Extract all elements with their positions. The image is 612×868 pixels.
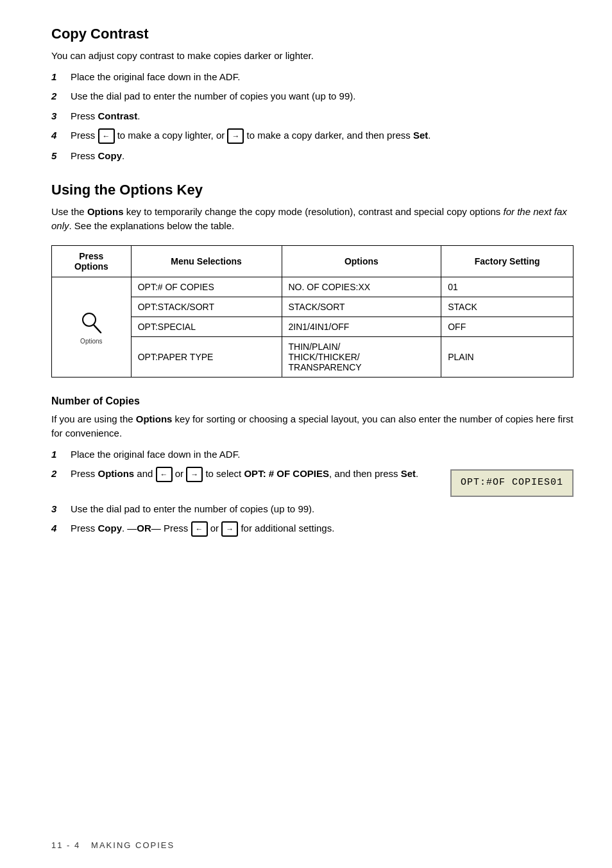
magnifier-icon — [78, 309, 105, 336]
noc-step-2-inner: Press Options and ← or → to select OPT: … — [71, 467, 438, 482]
menu-cell-4: OPT:PAPER TYPE — [131, 336, 282, 377]
step-3: 3 Press Contrast. — [51, 109, 574, 124]
factory-cell-1: 01 — [441, 277, 574, 297]
col-header-options: Options — [282, 245, 441, 277]
lcd-display: OPT:#OF COPIES01 — [450, 469, 574, 497]
arrow-left-2-icon: ← — [156, 467, 173, 482]
arrow-right-icon: → — [227, 128, 244, 144]
copy-contrast-intro: You can adjust copy contrast to make cop… — [51, 49, 574, 64]
table-row: Options OPT:# OF COPIES NO. OF COPIES:XX… — [52, 277, 574, 297]
noc-step-2-text: Press Options and ← or → to select OPT: … — [71, 467, 574, 497]
noc-step-num-4: 4 — [51, 521, 71, 537]
number-of-copies-title: Number of Copies — [51, 395, 574, 407]
factory-cell-3: OFF — [441, 317, 574, 336]
step-3-text: Press Contrast. — [71, 109, 574, 124]
options-cell-1: NO. OF COPIES:XX — [282, 277, 441, 297]
factory-cell-4: PLAIN — [441, 336, 574, 377]
col-header-menu: Menu Selections — [131, 245, 282, 277]
step-5: 5 Press Copy. — [51, 149, 574, 164]
step-num-2: 2 — [51, 89, 71, 104]
arrow-right-2-icon: → — [186, 467, 203, 482]
options-cell-2: STACK/SORT — [282, 297, 441, 317]
col-header-press-options: PressOptions — [52, 245, 132, 277]
col-header-factory: Factory Setting — [441, 245, 574, 277]
number-of-copies-section: Number of Copies If you are using the Op… — [51, 395, 574, 537]
arrow-left-3-icon: ← — [191, 521, 208, 537]
options-key-icon: Options — [58, 309, 124, 345]
noc-step-1: 1 Place the original face down in the AD… — [51, 447, 574, 462]
options-key-cell: Options — [52, 277, 132, 377]
noc-step-3: 3 Use the dial pad to enter the number o… — [51, 502, 574, 517]
menu-cell-3: OPT:SPECIAL — [131, 317, 282, 336]
using-options-title: Using the Options Key — [51, 182, 574, 198]
copy-contrast-steps: 1 Place the original face down in the AD… — [51, 70, 574, 164]
arrow-left-icon: ← — [98, 128, 115, 144]
copy-contrast-title: Copy Contrast — [51, 26, 574, 42]
noc-step-num-3: 3 — [51, 502, 71, 517]
using-options-section: Using the Options Key Use the Options ke… — [51, 182, 574, 378]
number-of-copies-steps: 1 Place the original face down in the AD… — [51, 447, 574, 537]
noc-step-4: 4 Press Copy. —OR— Press ← or → for addi… — [51, 521, 574, 537]
step-2: 2 Use the dial pad to enter the number o… — [51, 89, 574, 104]
menu-cell-2: OPT:STACK/SORT — [131, 297, 282, 317]
svg-line-1 — [94, 325, 101, 333]
options-cell-4: THIN/PLAIN/THICK/THICKER/TRANSPARENCY — [282, 336, 441, 377]
number-of-copies-intro: If you are using the Options key for sor… — [51, 412, 574, 441]
step-num-5: 5 — [51, 149, 71, 164]
step-4-text: Press ← to make a copy lighter, or → to … — [71, 128, 574, 144]
page-footer: 11 - 4 MAKING COPIES — [51, 840, 174, 850]
step-1: 1 Place the original face down in the AD… — [51, 70, 574, 85]
noc-step-3-text: Use the dial pad to enter the number of … — [71, 502, 574, 517]
chapter-name: MAKING COPIES — [91, 840, 174, 850]
arrow-right-3-icon: → — [221, 521, 238, 537]
noc-step-num-1: 1 — [51, 447, 71, 462]
step-num-4: 4 — [51, 128, 71, 144]
noc-step-num-2: 2 — [51, 467, 71, 482]
options-label: Options — [80, 338, 102, 345]
options-table: PressOptions Menu Selections Options Fac… — [51, 245, 574, 378]
noc-step-1-text: Place the original face down in the ADF. — [71, 447, 574, 462]
step-2-text: Use the dial pad to enter the number of … — [71, 89, 574, 104]
step-1-text: Place the original face down in the ADF. — [71, 70, 574, 85]
step-5-text: Press Copy. — [71, 149, 574, 164]
step-num-3: 3 — [51, 109, 71, 124]
menu-cell-1: OPT:# OF COPIES — [131, 277, 282, 297]
using-options-intro: Use the Options key to temporarily chang… — [51, 205, 574, 234]
options-cell-3: 2IN1/4IN1/OFF — [282, 317, 441, 336]
factory-cell-2: STACK — [441, 297, 574, 317]
noc-step-2: 2 Press Options and ← or → to select OPT… — [51, 467, 574, 497]
copy-contrast-section: Copy Contrast You can adjust copy contra… — [51, 26, 574, 164]
page-number: 11 - 4 — [51, 840, 80, 850]
noc-step-4-text: Press Copy. —OR— Press ← or → for additi… — [71, 521, 574, 537]
step-num-1: 1 — [51, 70, 71, 85]
step-4: 4 Press ← to make a copy lighter, or → t… — [51, 128, 574, 144]
